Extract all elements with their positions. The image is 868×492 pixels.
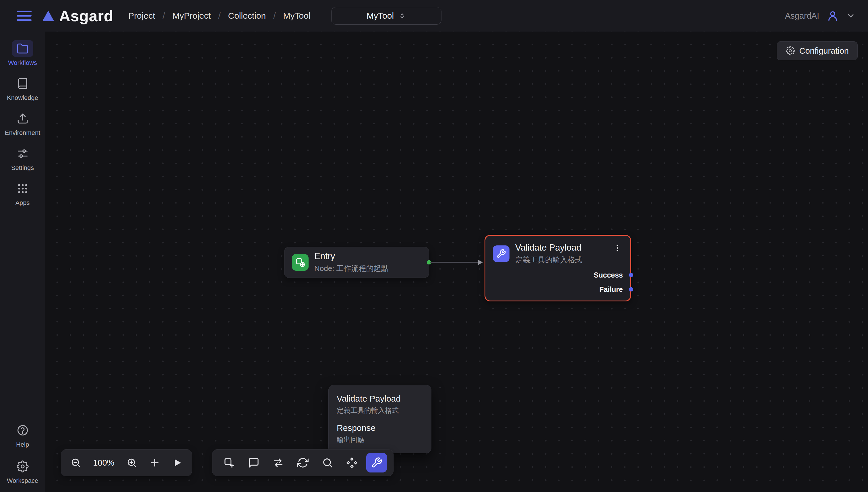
logo-triangle-icon [42,10,54,22]
output-row-failure: Failure [486,283,630,296]
menu-button[interactable] [14,7,34,24]
tools-toolbar [212,449,394,476]
search-icon [322,457,333,468]
app-name: Asgard [59,7,114,25]
sidebar-item-label: Help [16,441,29,448]
sidebar-item-label: Workflows [8,59,37,67]
breadcrumb-separator: / [273,11,276,21]
breadcrumb-separator: / [163,11,165,21]
gear-icon [12,458,33,475]
sidebar-item-workflows[interactable]: Workflows [0,40,45,67]
swap-connections-button[interactable] [268,453,289,472]
breadcrumb: Project / MyProject / Collection / MyToo… [128,11,311,21]
sidebar-item-environment[interactable]: Environment [0,110,45,137]
components-button[interactable] [342,453,363,472]
sidebar-item-workspace[interactable]: Workspace [0,458,45,485]
swap-horizontal-icon [272,457,284,468]
output-label-success: Success [594,271,623,279]
validate-node-text: Validate Payload 定義工具的輸入格式 [515,243,582,265]
header: Asgard Project / MyProject / Collection … [0,0,868,31]
comment-icon [248,457,259,468]
search-button[interactable] [317,453,338,472]
edge-entry-to-validate[interactable] [430,262,478,263]
configuration-button[interactable]: Configuration [777,41,858,60]
help-circle-icon [12,422,33,439]
refresh-icon [297,457,308,468]
wrench-icon [371,457,382,468]
configuration-label: Configuration [799,46,849,56]
zoom-level: 100% [93,458,114,468]
user-name: AsgardAI [785,11,819,21]
diamond-dots-icon [346,457,358,468]
palette-item-response[interactable]: Response 輸出回應 [329,419,431,448]
upload-icon [12,110,33,127]
success-output-handle[interactable] [629,273,633,277]
app-root: Asgard Project / MyProject / Collection … [0,0,868,492]
output-row-success: Success [486,268,630,281]
breadcrumb-item-collection[interactable]: Collection [228,11,266,21]
node-outputs: Success Failure [486,268,630,296]
sidebar-item-label: Apps [15,199,30,207]
hamburger-icon [16,9,32,22]
header-right: AsgardAI [785,10,855,22]
wrench-icon [496,249,506,259]
plus-icon [149,457,160,468]
breadcrumb-separator: / [218,11,220,21]
workflow-canvas[interactable]: Configuration Entry Node: 工作流程的起點 [45,31,868,492]
palette-item-validate-payload[interactable]: Validate Payload 定義工具的輸入格式 [329,390,431,419]
grid-icon [12,180,33,197]
tools-button[interactable] [366,453,387,472]
add-node-button[interactable] [219,453,240,472]
user-icon[interactable] [827,10,839,22]
sidebar: Workflows Knowledge Environment Settings [0,31,45,492]
palette-item-subtitle: 輸出回應 [337,435,423,444]
more-vertical-icon [613,244,622,252]
palette-item-subtitle: 定義工具的輸入格式 [337,406,423,415]
book-icon [12,75,33,92]
sidebar-item-apps[interactable]: Apps [0,180,45,207]
node-title: Validate Payload [515,243,582,253]
node-subtitle: Node: 工作流程的起點 [314,264,389,274]
edge-arrowhead-icon [478,260,483,265]
sidebar-item-help[interactable]: Help [0,422,45,448]
node-menu-button[interactable] [612,243,623,253]
sidebar-item-label: Workspace [7,477,39,485]
palette-item-title: Response [337,423,423,433]
node-validate-payload[interactable]: Validate Payload 定義工具的輸入格式 Success Failu… [485,235,631,301]
entry-node-icon [292,254,308,271]
zoom-in-button[interactable] [126,457,137,468]
sidebar-item-knowledge[interactable]: Knowledge [0,75,45,102]
zoom-out-icon [70,457,81,468]
sliders-icon [12,145,33,162]
zoom-out-button[interactable] [70,457,81,468]
chevron-up-down-icon [398,12,406,20]
gear-icon [786,46,795,55]
box-plus-icon [223,457,235,468]
zoom-in-icon [126,457,137,468]
add-button[interactable] [149,457,160,468]
failure-output-handle[interactable] [629,287,633,292]
palette-item-title: Validate Payload [337,394,423,403]
node-entry[interactable]: Entry Node: 工作流程的起點 [284,247,429,278]
auto-layout-button[interactable] [293,453,313,472]
sidebar-item-label: Settings [11,164,34,172]
entry-node-text: Entry Node: 工作流程的起點 [314,251,389,274]
tool-selector[interactable]: MyTool [331,7,442,25]
play-icon [172,458,182,468]
run-button[interactable] [172,458,182,468]
validate-node-icon [493,245,510,262]
node-title: Entry [314,251,389,262]
sidebar-item-settings[interactable]: Settings [0,145,45,172]
node-palette-popup: Validate Payload 定義工具的輸入格式 Response 輸出回應 [328,385,431,453]
sidebar-item-label: Environment [5,129,41,137]
sidebar-bottom: Help Workspace [0,422,45,485]
tool-selector-value: MyTool [367,11,394,21]
sidebar-item-label: Knowledge [7,94,38,102]
breadcrumb-item-project[interactable]: Project [128,11,155,21]
folder-icon [12,40,33,57]
breadcrumb-item-mytool[interactable]: MyTool [283,11,311,21]
breadcrumb-item-myproject[interactable]: MyProject [173,11,211,21]
comment-button[interactable] [243,453,264,472]
node-subtitle: 定義工具的輸入格式 [515,255,582,265]
chevron-down-icon[interactable] [846,11,855,20]
